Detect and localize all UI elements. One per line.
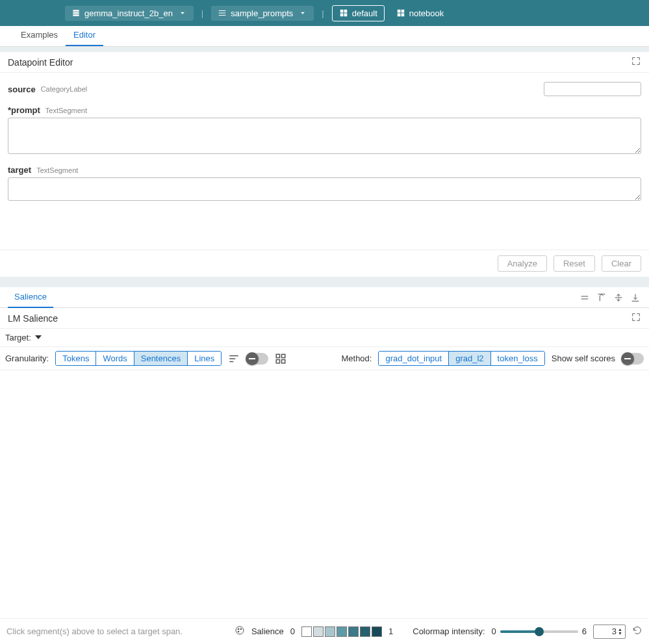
slider-min: 0: [492, 626, 496, 636]
svg-point-5: [238, 628, 239, 630]
salience-tabs-row: Salience: [0, 287, 649, 308]
field-target-label: target: [8, 165, 31, 175]
clear-button[interactable]: Clear: [602, 255, 641, 272]
show-self-scores-toggle[interactable]: [622, 353, 644, 365]
stepper-arrows[interactable]: ▲▼: [618, 628, 622, 636]
field-prompt-row: *prompt TextSegment: [8, 105, 641, 115]
colormap-value-input[interactable]: 3 ▲▼: [593, 625, 626, 639]
colormap-intensity-label: Colormap intensity:: [413, 626, 485, 636]
granularity-group-tokens[interactable]: Tokens: [56, 352, 96, 365]
grid-view-icon[interactable]: [275, 353, 286, 365]
salience-body: Target: Granularity: TokensWordsSentence…: [0, 329, 649, 644]
salience-panel-header: LM Salience: [0, 308, 649, 329]
svg-point-7: [238, 631, 239, 632]
layout-default-chip[interactable]: default: [332, 5, 385, 21]
target-row: Target:: [0, 329, 649, 347]
granularity-group: TokensWordsSentencesLines: [55, 351, 222, 366]
scale-min: 0: [290, 626, 295, 636]
header-separator: |: [201, 8, 203, 18]
divider-strip: [0, 47, 649, 52]
model-selector[interactable]: gemma_instruct_2b_en: [65, 6, 194, 21]
field-prompt-label: *prompt: [8, 105, 40, 115]
controls-row: Granularity: TokensWordsSentencesLines M…: [0, 347, 649, 370]
source-input[interactable]: [544, 82, 641, 96]
expand-icon[interactable]: [631, 56, 641, 68]
method-group-grad_l2[interactable]: grad_l2: [449, 352, 490, 365]
granularity-group-sentences[interactable]: Sentences: [134, 352, 188, 365]
granularity-label: Granularity:: [5, 354, 49, 363]
method-group-grad_dot_input[interactable]: grad_dot_input: [379, 352, 449, 365]
colormap-cell: [372, 626, 382, 637]
dataset-selector[interactable]: sample_prompts: [211, 6, 314, 21]
slider-max: 6: [582, 626, 587, 636]
tab-editor[interactable]: Editor: [66, 25, 103, 46]
scale-max: 1: [388, 626, 393, 636]
colormap-cell: [301, 626, 312, 637]
grid-icon: [396, 8, 405, 18]
notebook-label: notebook: [409, 8, 444, 18]
colormap-slider[interactable]: [500, 630, 578, 633]
target-dropdown[interactable]: [35, 333, 42, 342]
chevron-down-icon: [298, 8, 307, 18]
field-prompt-type: TextSegment: [45, 107, 87, 114]
density-icon[interactable]: [228, 353, 240, 365]
grid-icon: [339, 8, 348, 18]
field-source-type: CategoryLabel: [41, 85, 88, 93]
method-group: grad_dot_inputgrad_l2token_loss: [378, 351, 544, 366]
align-center-icon[interactable]: [613, 292, 624, 303]
colormap-cell: [360, 626, 370, 637]
prompt-textarea[interactable]: [8, 118, 641, 154]
svg-point-6: [240, 628, 242, 630]
granularity-group-words[interactable]: Words: [96, 352, 134, 365]
field-source-row: source CategoryLabel: [8, 82, 641, 96]
reset-button[interactable]: Reset: [554, 255, 595, 272]
layout-notebook-chip[interactable]: notebook: [390, 6, 451, 21]
granularity-group-lines[interactable]: Lines: [188, 352, 221, 365]
svg-point-4: [236, 626, 244, 634]
divider-strip: [0, 277, 649, 287]
chevron-down-icon: [178, 8, 187, 18]
density-toggle[interactable]: [246, 353, 268, 365]
colormap-cell: [337, 626, 347, 637]
colormap-slider-wrap: 0 6: [492, 626, 587, 636]
method-label: Method:: [341, 354, 372, 363]
list-icon: [218, 8, 227, 18]
colormap-cell: [348, 626, 359, 637]
tab-examples[interactable]: Examples: [13, 25, 66, 46]
colormap-cell: [325, 626, 335, 637]
field-target-row: target TextSegment: [8, 165, 641, 175]
salience-canvas[interactable]: [0, 370, 649, 618]
align-top-icon[interactable]: [596, 292, 607, 303]
palette-icon: [235, 625, 245, 638]
model-label: gemma_instruct_2b_en: [84, 8, 173, 18]
app-header: gemma_instruct_2b_en | sample_prompts | …: [0, 0, 649, 26]
method-group-token_loss[interactable]: token_loss: [491, 352, 544, 365]
salience-footer: Click segment(s) above to select a targe…: [0, 618, 649, 644]
layout-label: default: [352, 8, 377, 18]
tab-salience[interactable]: Salience: [8, 287, 53, 308]
analyze-button[interactable]: Analyze: [498, 255, 547, 272]
dataset-label: sample_prompts: [231, 8, 293, 18]
target-label: Target:: [5, 333, 31, 342]
expand-icon[interactable]: [631, 312, 641, 324]
show-self-scores-label: Show self scores: [552, 354, 615, 363]
svg-rect-1: [282, 354, 285, 357]
editor-footer: Analyze Reset Clear: [0, 250, 649, 277]
slider-thumb[interactable]: [535, 627, 544, 636]
align-bottom-icon[interactable]: [630, 292, 641, 303]
header-separator: |: [322, 8, 324, 18]
colormap-swatch: [301, 626, 382, 637]
salience-panel-title: LM Salience: [8, 313, 58, 324]
svg-rect-2: [277, 359, 280, 363]
svg-rect-0: [277, 354, 280, 357]
refresh-icon[interactable]: [632, 625, 643, 638]
editor-spacer: [0, 211, 649, 250]
editor-panel-title: Datapoint Editor: [8, 57, 73, 68]
field-target-type: TextSegment: [36, 166, 78, 174]
salience-legend-label: Salience: [251, 626, 284, 636]
editor-body: source CategoryLabel *prompt TextSegment…: [0, 73, 649, 211]
footer-hint: Click segment(s) above to select a targe…: [6, 626, 183, 636]
drag-handle-icon[interactable]: [579, 292, 591, 303]
chip-icon: [71, 8, 81, 18]
target-textarea[interactable]: [8, 177, 641, 201]
